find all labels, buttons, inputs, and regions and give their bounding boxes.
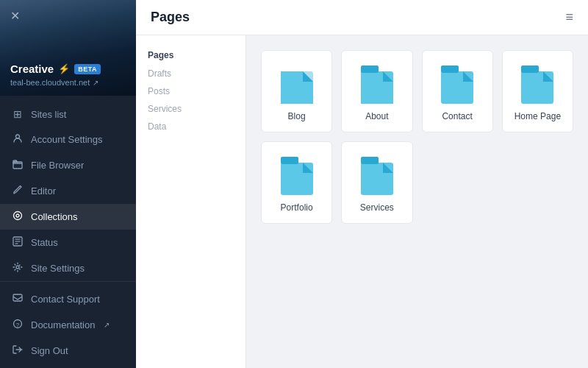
svg-point-0: [16, 135, 20, 138]
sidebar-item-label: Documentation: [31, 319, 95, 330]
hamburger-menu-icon[interactable]: ≡: [565, 10, 573, 25]
svg-rect-19: [281, 163, 313, 195]
left-panel-section: Pages Drafts Posts Services Data: [136, 47, 245, 135]
sidebar-hero: ✕ Creative ⚡ BETA teal-bee.cloudvent.net…: [0, 0, 136, 96]
left-panel-item-drafts[interactable]: Drafts: [136, 65, 245, 82]
contact-support-icon: [12, 293, 24, 305]
site-name: Creative: [10, 63, 54, 75]
account-settings-icon: [12, 133, 24, 146]
left-panel-item-posts[interactable]: Posts: [136, 82, 245, 100]
left-panel-item-services[interactable]: Services: [136, 100, 245, 118]
external-link-icon: ↗: [93, 79, 98, 87]
main-header: Pages ≡: [136, 0, 588, 35]
sidebar-nav: ⊞ Sites list Account Settings File Brows…: [0, 96, 136, 281]
status-icon: [12, 236, 24, 249]
sidebar-bottom: Contact Support ? Documentation ↗ Sign O…: [0, 281, 136, 368]
sidebar-item-account-settings[interactable]: Account Settings: [0, 127, 136, 152]
page-card-home-page[interactable]: Home Page: [502, 50, 573, 132]
svg-rect-15: [441, 71, 473, 104]
page-card-label: Blog: [288, 111, 306, 121]
sign-out-icon: [12, 344, 24, 357]
beta-badge: BETA: [74, 64, 101, 74]
page-card-label: Home Page: [514, 111, 561, 121]
sidebar-item-label: Account Settings: [31, 134, 103, 145]
page-card-blog[interactable]: Blog: [261, 50, 332, 132]
sidebar-item-contact-support[interactable]: Contact Support: [0, 286, 136, 312]
left-panel-item-data[interactable]: Data: [136, 118, 245, 135]
svg-point-3: [16, 214, 19, 217]
left-panel: Pages Drafts Posts Services Data: [136, 35, 246, 368]
sidebar-item-documentation[interactable]: ? Documentation ↗: [0, 312, 136, 338]
page-card-label: Portfolio: [281, 202, 313, 213]
sidebar-item-sign-out[interactable]: Sign Out: [0, 338, 136, 364]
page-card-label: Services: [360, 202, 394, 213]
page-card-services[interactable]: Services: [341, 141, 412, 224]
page-card-label: Contact: [442, 111, 472, 121]
lightning-icon: ⚡: [58, 63, 70, 74]
documentation-icon: ?: [12, 319, 24, 331]
svg-rect-22: [361, 157, 379, 164]
collections-icon: [12, 210, 24, 223]
sidebar-item-label: Contact Support: [31, 294, 100, 305]
pages-grid: Blog About Contact: [246, 35, 588, 368]
page-title: Pages: [151, 10, 190, 25]
external-link-icon: ↗: [104, 321, 110, 329]
sidebar-item-file-browser[interactable]: File Browser: [0, 152, 136, 178]
editor-icon: [12, 185, 24, 197]
sidebar-item-label: Sites list: [31, 109, 66, 120]
sidebar-item-label: Sign Out: [31, 345, 68, 356]
sidebar-item-editor[interactable]: Editor: [0, 178, 136, 204]
sidebar-item-label: Collections: [31, 211, 78, 222]
svg-point-8: [16, 266, 19, 269]
sidebar: ✕ Creative ⚡ BETA teal-bee.cloudvent.net…: [0, 0, 136, 368]
sidebar-item-site-settings[interactable]: Site Settings: [0, 255, 136, 281]
svg-point-2: [14, 212, 22, 220]
page-card-contact[interactable]: Contact: [422, 50, 493, 132]
svg-rect-16: [441, 66, 459, 73]
left-panel-heading: Pages: [136, 47, 245, 65]
page-card-portfolio[interactable]: Portfolio: [261, 141, 332, 224]
page-card-about[interactable]: About: [341, 50, 412, 132]
svg-rect-21: [361, 163, 393, 195]
main-body: Pages Drafts Posts Services Data Blog: [136, 35, 588, 368]
sidebar-item-label: File Browser: [31, 160, 84, 171]
main-area: Pages ≡ Pages Drafts Posts Services Data: [136, 0, 588, 368]
svg-rect-18: [521, 66, 539, 73]
sidebar-item-label: Site Settings: [31, 263, 85, 274]
site-url[interactable]: teal-bee.cloudvent.net ↗: [10, 78, 126, 87]
site-settings-icon: [12, 262, 24, 275]
sidebar-item-label: Editor: [31, 185, 56, 197]
page-card-label: About: [365, 111, 388, 121]
svg-rect-14: [361, 66, 379, 73]
svg-rect-20: [281, 157, 298, 164]
file-browser-icon: [12, 159, 24, 171]
svg-text:?: ?: [16, 322, 20, 328]
close-button[interactable]: ✕: [10, 9, 20, 23]
sidebar-item-sites-list[interactable]: ⊞ Sites list: [0, 102, 136, 127]
sites-list-icon: ⊞: [12, 108, 24, 120]
sidebar-item-label: Status: [31, 237, 58, 248]
sidebar-item-collections[interactable]: Collections: [0, 204, 136, 230]
sidebar-item-status[interactable]: Status: [0, 230, 136, 255]
svg-rect-17: [521, 71, 553, 104]
